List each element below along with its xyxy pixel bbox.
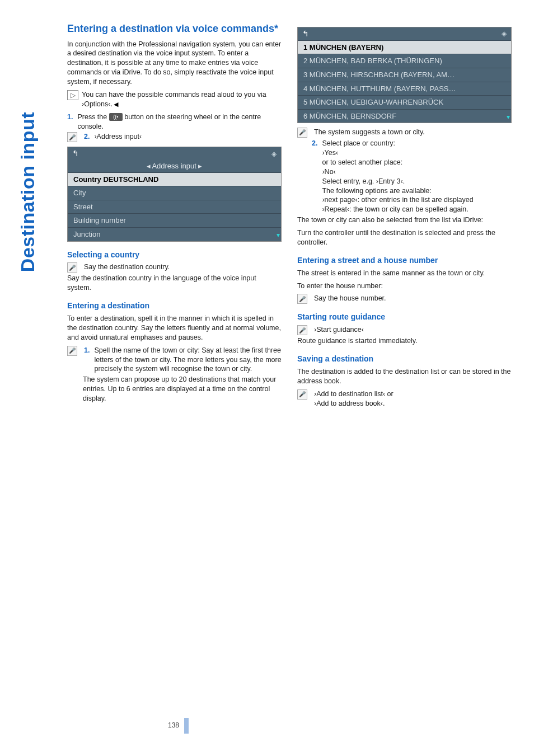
back-arrow-icon: ↰ (72, 148, 79, 159)
scroll-down-icon: ▾ (277, 231, 280, 240)
subheading-start-guidance: Starting route guidance (297, 312, 512, 322)
tip-text: You can have the possible commands read … (82, 90, 282, 109)
idrive-note-b: Turn the controller until the destinatio… (297, 228, 512, 247)
propose-text: The system can propose up to 20 destinat… (67, 375, 282, 403)
save-cmd-block: ›Add to destination list‹ or ›Add to add… (314, 389, 394, 408)
step-number: 2. (312, 139, 317, 148)
tip-options: ▷ You can have the possible commands rea… (67, 90, 282, 109)
step-2-line: or to select another place: (322, 158, 473, 167)
step-2-line: The following options are available: (322, 186, 473, 196)
step-2-text: ›Address input‹ (94, 132, 142, 142)
start-guidance-cmd: 🎤 ›Start guidance‹ (297, 325, 512, 335)
content-columns: Entering a destination via voice command… (67, 22, 512, 410)
panel-row: Country DEUTSCHLAND (68, 172, 281, 186)
mic-icon: 🎤 (297, 294, 307, 304)
back-arrow-icon: ↰ (302, 29, 309, 39)
step-2-line: ›Repeat‹: the town or city can be spelle… (322, 205, 473, 214)
step-2-line: ›No‹ (322, 167, 473, 177)
step-2-line: Select entry, e.g. ›Entry 3‹. (322, 177, 473, 186)
step-1: 1. Press the ((• button on the steering … (67, 112, 282, 132)
start-guidance-text: ›Start guidance‹ (314, 325, 364, 335)
panel-row: 1 MÜNCHEN (BAYERN) (298, 40, 511, 54)
panel-row: Junction (68, 227, 281, 241)
entering-destination-text: To enter a destination, spell it in the … (67, 314, 282, 342)
spell-step-text: Spell the name of the town or city: Say … (94, 346, 282, 374)
country-language-note: Say the destination country in the langu… (67, 274, 282, 293)
step-2-select: 2. Select place or country: ›Yes‹ or to … (297, 139, 512, 214)
left-column: Entering a destination via voice command… (67, 22, 282, 410)
save-cmds: 🎤 ›Add to destination list‹ or ›Add to a… (297, 389, 512, 408)
panel-header: ↰ ◈ (298, 27, 511, 40)
diamond-icon: ◈ (271, 149, 277, 158)
spell-step: 🎤 1. Spell the name of the town or city:… (67, 346, 282, 374)
mic-icon: 🎤 (67, 346, 77, 356)
subheading-entering-destination: Entering a destination (67, 300, 282, 311)
step-1a: Press the (77, 113, 109, 121)
mic-icon: 🎤 (297, 128, 307, 138)
right-column: ↰ ◈ 1 MÜNCHEN (BAYERN) 2 MÜNCHEN, BAD BE… (297, 22, 512, 410)
say-house-number-text: Say the house number. (314, 294, 386, 303)
save-cmd1: ›Add to destination list‹ or (314, 389, 394, 399)
step-1-text: Press the ((• button on the steering whe… (77, 112, 282, 132)
diamond-icon: ◈ (502, 29, 507, 38)
panel-row: 3 MÜNCHEN, HIRSCHBACH (BAYERN, AM… (298, 68, 511, 82)
step-2-title: Select place or country: (322, 139, 473, 148)
step-2-line: ›next page‹: other entries in the list a… (322, 195, 473, 205)
panel-row: 5 MÜNCHEN, UEBIGAU-WAHRENBRÜCK (298, 95, 511, 109)
step-2: 🎤 2. ›Address input‹ (67, 132, 282, 142)
page-number: 138 (168, 718, 189, 734)
panel-row: Street (68, 200, 281, 214)
mic-icon: 🎤 (297, 325, 307, 335)
panel-header: ↰ ◈ (68, 147, 281, 160)
system-suggests: 🎤 The system suggests a town or city. (297, 128, 512, 138)
say-country-text: Say the destination country. (84, 262, 170, 272)
mic-icon: 🎤 (297, 389, 307, 400)
heading-voice-commands: Entering a destination via voice command… (67, 22, 282, 35)
subheading-selecting-country: Selecting a country (67, 250, 282, 260)
start-guidance-p: Route guidance is started immediately. (297, 336, 512, 346)
page-number-text: 138 (168, 721, 179, 729)
mic-icon: 🎤 (67, 262, 77, 273)
subheading-saving-destination: Saving a destination (297, 354, 512, 364)
address-input-panel: ↰ ◈ ◂ Address input ▸ Country DEUTSCHLAN… (67, 147, 282, 241)
subheading-street-house: Entering a street and a house number (297, 255, 512, 266)
panel-row: City (68, 186, 281, 200)
ptt-button-icon: ((• (109, 113, 123, 121)
street-p1: The street is entered in the same manner… (297, 269, 512, 278)
tip-icon: ▷ (67, 90, 78, 100)
side-tab: Destination input (17, 112, 39, 272)
street-p2: To enter the house number: (297, 281, 512, 291)
step-number: 2. (84, 132, 90, 142)
panel-row: 2 MÜNCHEN, BAD BERKA (THÜRINGEN) (298, 54, 511, 68)
say-house-number: 🎤 Say the house number. (297, 294, 512, 304)
intro-text: In conjunction with the Professional nav… (67, 40, 282, 87)
scroll-down-icon: ▾ (507, 112, 510, 121)
idrive-note-a: The town or city can also be selected fr… (297, 215, 512, 225)
step-2-line: ›Yes‹ (322, 148, 473, 158)
panel-row: Building number (68, 213, 281, 227)
results-panel: ↰ ◈ 1 MÜNCHEN (BAYERN) 2 MÜNCHEN, BAD BE… (297, 27, 512, 123)
save-cmd2: ›Add to address book‹. (314, 399, 394, 408)
panel-title: ◂ Address input ▸ (68, 160, 281, 172)
page-bar (184, 718, 189, 734)
panel-row: 6 MÜNCHEN, BERNSDORF (298, 109, 511, 123)
step-2-block: Select place or country: ›Yes‹ or to sel… (322, 139, 473, 214)
panel-row: 4 MÜNCHEN, HUTTHURM (BAYERN, PASS… (298, 82, 511, 96)
step-number: 1. (84, 346, 90, 355)
step-number: 1. (67, 112, 73, 122)
say-country: 🎤 Say the destination country. (67, 262, 282, 273)
save-p: The destination is added to the destinat… (297, 367, 512, 386)
mic-icon: 🎤 (67, 132, 77, 142)
system-suggests-text: The system suggests a town or city. (314, 128, 425, 137)
